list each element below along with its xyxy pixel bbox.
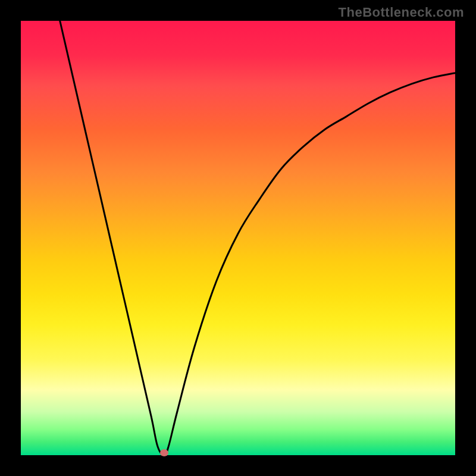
watermark-text: TheBottleneck.com [339, 5, 464, 20]
plot-area [21, 21, 455, 455]
chart-container: TheBottleneck.com [0, 0, 476, 476]
minimum-marker [160, 449, 168, 456]
